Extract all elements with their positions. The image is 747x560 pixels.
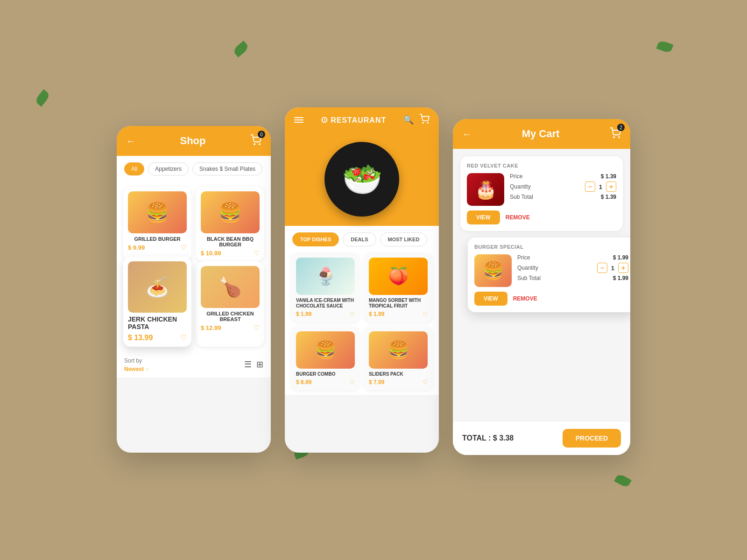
tab-most-liked[interactable]: MOST LIKED (380, 232, 428, 246)
sliders-heart[interactable]: ♡ (423, 379, 428, 385)
red-velvet-title: RED VELVET CAKE (467, 163, 616, 168)
shop-title: Shop (180, 135, 206, 147)
burger-image: 🍔 (128, 191, 187, 233)
burger-special-price-row: Price $ 1.99 (517, 254, 628, 261)
sort-arrow: ↑ (146, 366, 148, 372)
filter-all[interactable]: All (124, 162, 144, 175)
sort-value: Newest (124, 366, 144, 372)
ice-cream-name: VANILA ICE-CREAM WITH CHOCOLATE SAUCE (296, 298, 355, 309)
tab-deals[interactable]: DEALS (343, 232, 376, 246)
burger-special-details: Price $ 1.99 Quantity − 1 + (517, 254, 628, 283)
dish-mango-sorbet[interactable]: 🍑 MANGO SORBET WITH TROPICAL FRUIT $ 1.9… (364, 253, 432, 322)
shop-screen: ← Shop 0 All Appetizers Snakes $ Small P… (117, 126, 271, 453)
burger-special-actions: VIEW REMOVE (474, 292, 628, 306)
burger-special-subtotal: $ 1.99 (613, 275, 628, 281)
red-velvet-qty-row: Quantity − 1 + (510, 182, 616, 192)
sort-info: Sort by Newest ↑ (124, 356, 148, 373)
cart-item-red-velvet: RED VELVET CAKE 🎂 Price $ 1.39 Quantity … (460, 156, 623, 231)
hero-food-image: 🥗 (324, 142, 399, 217)
restaurant-header: ⊙ RESTAURANT 🔍 (285, 107, 439, 133)
chicken-image: 🍗 (201, 266, 260, 308)
red-velvet-qty-controls: − 1 + (585, 182, 616, 192)
dish-ice-cream[interactable]: 🍨 VANILA ICE-CREAM WITH CHOCOLATE SAUCE … (291, 253, 359, 322)
product-jerk-chicken[interactable]: 🍝 JERK CHICKEN PASTA $ 13.99 ♡ (123, 257, 191, 347)
search-icon[interactable]: 🔍 (403, 115, 414, 125)
burger-combo-heart[interactable]: ♡ (350, 379, 355, 385)
qty-label-2: Quantity (517, 265, 538, 271)
product-bbq-burger[interactable]: 🍔 BLACK BEAN BBQ BURGER $ 10.99 ♡ (196, 187, 264, 261)
sorbet-heart[interactable]: ♡ (423, 311, 428, 317)
cart-icon-restaurant (419, 114, 430, 124)
burger-combo-price: $ 8.99 (296, 379, 311, 385)
back-button[interactable]: ← (126, 136, 135, 147)
burger-special-remove-btn[interactable]: REMOVE (513, 292, 537, 306)
bbq-burger-price: $ 10.99 (201, 250, 221, 257)
red-velvet-view-btn[interactable]: VIEW (467, 210, 500, 224)
product-grilled-chicken[interactable]: 🍗 GRILLED CHICKEN BREAST $ 12.99 ♡ (196, 261, 264, 347)
sliders-name: SLIDERS PACK (369, 371, 428, 377)
dish-burger-combo[interactable]: 🍔 BURGER COMBO $ 8.99 ♡ (291, 327, 359, 390)
restaurant-title: RESTAURANT (331, 116, 386, 124)
burger-special-qty-minus[interactable]: − (597, 263, 607, 273)
price-label-2: Price (517, 254, 530, 261)
ice-cream-heart[interactable]: ♡ (350, 311, 355, 317)
chicken-name: GRILLED CHICKEN BREAST (201, 311, 260, 322)
qty-label-1: Quantity (510, 183, 531, 190)
filter-row: All Appetizers Snakes $ Small Plates (117, 156, 271, 182)
cart-icon-wrap[interactable]: 0 (250, 134, 261, 147)
bbq-burger-image: 🍔 (201, 191, 260, 233)
restaurant-screen: ⊙ RESTAURANT 🔍 🥗 TOP DISHES DEALS MOST (285, 107, 439, 453)
burger-special-qty-num: 1 (611, 265, 614, 272)
cart-header-icon[interactable]: 2 (610, 127, 621, 140)
menu-hamburger-icon[interactable] (294, 117, 303, 123)
burger-special-image: 🍔 (474, 254, 512, 287)
product-grilled-burger[interactable]: 🍔 GRILLED BURGER $ 9.99 ♡ (123, 187, 191, 261)
sort-row: Sort by Newest ↑ ☰ ⊞ (117, 351, 271, 378)
burger-special-qty-plus[interactable]: + (618, 263, 628, 273)
sliders-price: $ 7.99 (369, 379, 384, 385)
chicken-price: $ 12.99 (201, 324, 221, 331)
subtotal-label-2: Sub Total (517, 275, 541, 281)
bbq-burger-name: BLACK BEAN BBQ BURGER (201, 236, 260, 247)
tab-top-dishes[interactable]: TOP DISHES (292, 232, 339, 246)
list-view-icon[interactable]: ☰ (244, 359, 252, 370)
dish-sliders[interactable]: 🍔 SLIDERS PACK $ 7.99 ♡ (364, 327, 432, 390)
chicken-heart[interactable]: ♡ (254, 324, 260, 331)
red-velvet-remove-btn[interactable]: REMOVE (506, 210, 530, 224)
products-grid: 🍔 GRILLED BURGER $ 9.99 ♡ 🍔 BLACK BEAN B… (117, 182, 271, 351)
price-label-1: Price (510, 173, 522, 180)
cart-total-text: TOTAL : $ 3.38 (462, 434, 514, 442)
cart-item-count: 2 (617, 124, 625, 131)
sorbet-image: 🍑 (369, 258, 428, 295)
grid-view-icon[interactable]: ⊞ (256, 359, 263, 370)
red-velvet-qty-num: 1 (599, 183, 602, 190)
restaurant-cart-icon[interactable] (419, 114, 430, 126)
cart-header: ← My Cart 2 (453, 119, 630, 149)
bbq-burger-heart[interactable]: ♡ (254, 249, 260, 257)
sorbet-price: $ 1.99 (369, 311, 384, 317)
burger-special-qty-row: Quantity − 1 + (517, 263, 628, 273)
svg-point-3 (427, 122, 428, 123)
red-velvet-qty-plus[interactable]: + (606, 182, 616, 192)
cart-back-button[interactable]: ← (462, 129, 472, 140)
filter-snakes[interactable]: Snakes $ Small Plates (192, 162, 262, 175)
svg-point-5 (619, 137, 620, 138)
subtotal-label-1: Sub Total (510, 194, 533, 200)
burger-special-price: $ 1.99 (613, 254, 628, 261)
pasta-heart[interactable]: ♡ (180, 333, 187, 342)
pasta-image: 🍝 (128, 261, 187, 313)
cart-footer: TOTAL : $ 3.38 PROCEED (453, 421, 630, 455)
svg-point-1 (259, 144, 260, 145)
burger-price: $ 9.99 (128, 244, 145, 251)
cart-badge: 0 (258, 131, 265, 138)
burger-heart[interactable]: ♡ (181, 244, 187, 251)
burger-combo-name: BURGER COMBO (296, 371, 355, 377)
filter-appetizers[interactable]: Appetizers (148, 162, 189, 175)
burger-special-title: BURGER SPECIAL (474, 244, 628, 250)
burger-name: GRILLED BURGER (128, 236, 187, 242)
proceed-button[interactable]: PROCEED (563, 429, 621, 448)
red-velvet-price: $ 1.39 (601, 173, 616, 180)
burger-special-view-btn[interactable]: VIEW (474, 292, 507, 306)
red-velvet-qty-minus[interactable]: − (585, 182, 595, 192)
burger-special-row: 🍔 Price $ 1.99 Quantity − 1 + (474, 254, 628, 287)
